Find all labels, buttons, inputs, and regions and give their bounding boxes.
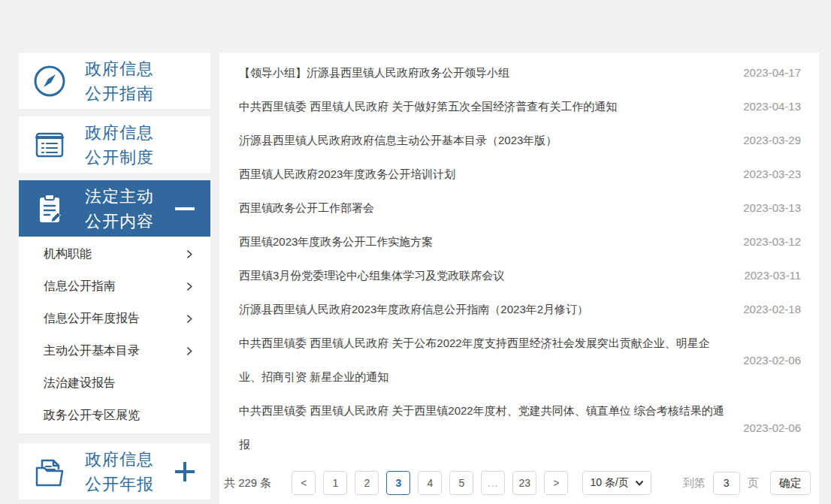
article-date: 2023-03-23 xyxy=(743,157,801,191)
article-link[interactable]: 中共西里镇委 西里镇人民政府 关于西里镇2022年度村、党建共同体、镇直单位 综… xyxy=(239,394,730,461)
sidebar-group-statutory-disclosure: 法定主动 公开内容 机构职能 信息公开指南 信息公开年度报告 xyxy=(19,180,210,433)
sidebar-item-disclosure-guide[interactable]: 政府信息 公开指南 xyxy=(19,53,210,109)
article-link[interactable]: 西里镇政务公开工作部署会 xyxy=(239,191,374,225)
sidebar-item-label: 法定主动 公开内容 xyxy=(85,184,154,234)
clipboard-icon xyxy=(31,190,68,228)
goto-page-group: 到第 页 确定 xyxy=(683,471,811,495)
article-link[interactable]: 西里镇人民政府2023年度政务公开培训计划 xyxy=(239,157,455,191)
article-date: 2023-04-13 xyxy=(743,89,801,123)
article-link[interactable]: 【领导小组】沂源县西里镇人民政府政务公开领导小组 xyxy=(239,56,509,89)
expand-plus-icon[interactable] xyxy=(174,461,195,482)
article-link[interactable]: 中共西里镇委 西里镇人民政府 关于做好第五次全国经济普查有关工作的通知 xyxy=(239,89,617,123)
submenu-label: 机构职能 xyxy=(44,246,92,262)
chevron-down-icon xyxy=(635,478,644,487)
notebook-icon xyxy=(31,126,68,164)
article-link[interactable]: 西里镇3月份党委理论中心组集体学习及党政联席会议 xyxy=(239,258,504,292)
chevron-right-icon xyxy=(184,346,194,356)
article-date: 2023-04-17 xyxy=(743,56,801,89)
collapse-minus-icon[interactable] xyxy=(174,198,195,219)
sidebar-item-label: 政府信息 公开制度 xyxy=(85,120,154,170)
list-item[interactable]: 沂源县西里镇人民政府2023年度政府信息公开指南（2023年2月修订） 2023… xyxy=(219,292,819,326)
goto-suffix-label: 页 xyxy=(748,476,759,490)
sidebar-item-disclosure-system[interactable]: 政府信息 公开制度 xyxy=(19,116,210,173)
goto-page-input[interactable] xyxy=(713,472,740,495)
list-item[interactable]: 中共西里镇委 西里镇人民政府 关于公布2022年度支持西里经济社会发展突出贡献企… xyxy=(219,326,819,394)
article-date: 2023-03-13 xyxy=(743,191,801,225)
article-list: 【领导小组】沂源县西里镇人民政府政务公开领导小组 2023-04-17 中共西里… xyxy=(219,53,819,461)
article-date: 2023-02-18 xyxy=(743,292,801,326)
page-button-5[interactable]: 5 xyxy=(449,471,473,495)
list-item[interactable]: 中共西里镇委 西里镇人民政府 关于西里镇2022年度村、党建共同体、镇直单位 综… xyxy=(219,394,819,461)
article-date: 2023-03-12 xyxy=(743,225,801,258)
list-item[interactable]: 西里镇政务公开工作部署会 2023-03-13 xyxy=(219,191,819,225)
submenu-item-org-functions[interactable]: 机构职能 xyxy=(19,238,210,270)
page-size-value: 10 条/页 xyxy=(590,476,628,490)
confirm-button[interactable]: 确定 xyxy=(770,471,811,495)
submenu-label: 信息公开年度报告 xyxy=(44,311,140,327)
page-button-23[interactable]: 23 xyxy=(512,471,536,495)
sidebar: 政府信息 公开指南 政府信息 公开制度 xyxy=(19,53,210,499)
page-button-2[interactable]: 2 xyxy=(355,471,379,495)
compass-icon xyxy=(31,62,68,100)
submenu-label: 法治建设报告 xyxy=(44,376,116,391)
page-button-1[interactable]: 1 xyxy=(323,471,347,495)
next-page-button[interactable]: > xyxy=(544,471,568,495)
article-link[interactable]: 中共西里镇委 西里镇人民政府 关于公布2022年度支持西里经济社会发展突出贡献企… xyxy=(239,326,730,394)
article-date: 2023-03-29 xyxy=(743,123,801,157)
sidebar-item-statutory-disclosure[interactable]: 法定主动 公开内容 xyxy=(19,180,210,237)
chevron-right-icon xyxy=(184,282,194,291)
sidebar-submenu: 机构职能 信息公开指南 信息公开年度报告 主动公开基本目录 xyxy=(19,237,210,433)
page-button-4[interactable]: 4 xyxy=(418,471,442,495)
prev-page-button[interactable]: < xyxy=(292,471,316,495)
submenu-item-annual-report[interactable]: 信息公开年度报告 xyxy=(19,303,210,335)
submenu-label: 主动公开基本目录 xyxy=(44,343,140,359)
submenu-item-info-guide[interactable]: 信息公开指南 xyxy=(19,270,210,303)
pagination: 共 229 条 < 1 2 3 4 5 ... 23 > 10 条/页 到第 页… xyxy=(219,471,819,495)
sidebar-item-label: 政府信息 公开年报 xyxy=(85,447,154,496)
submenu-item-basic-catalog[interactable]: 主动公开基本目录 xyxy=(19,335,210,367)
list-item[interactable]: 中共西里镇委 西里镇人民政府 关于做好第五次全国经济普查有关工作的通知 2023… xyxy=(219,89,819,123)
list-item[interactable]: 沂源县西里镇人民政府政府信息主动公开基本目录（2023年版） 2023-03-2… xyxy=(219,123,819,157)
article-date: 2023-02-06 xyxy=(743,343,801,377)
submenu-label: 信息公开指南 xyxy=(44,279,116,294)
goto-prefix-label: 到第 xyxy=(683,476,706,490)
total-count: 共 229 条 xyxy=(224,476,271,490)
list-item[interactable]: 西里镇3月份党委理论中心组集体学习及党政联席会议 2023-03-11 xyxy=(219,258,819,292)
chevron-right-icon xyxy=(184,314,194,324)
list-item[interactable]: 西里镇2023年度政务公开工作实施方案 2023-03-12 xyxy=(219,225,819,258)
article-date: 2023-03-11 xyxy=(744,258,801,292)
article-link[interactable]: 西里镇2023年度政务公开工作实施方案 xyxy=(239,225,433,258)
article-list-panel: 【领导小组】沂源县西里镇人民政府政务公开领导小组 2023-04-17 中共西里… xyxy=(219,53,819,504)
submenu-label: 政务公开专区展览 xyxy=(44,408,140,424)
page-ellipsis-button[interactable]: ... xyxy=(481,471,505,495)
page-button-3-active[interactable]: 3 xyxy=(386,471,410,495)
article-date: 2023-02-06 xyxy=(743,411,801,445)
folder-icon xyxy=(31,453,68,490)
page-size-select[interactable]: 10 条/页 xyxy=(582,471,651,495)
article-link[interactable]: 沂源县西里镇人民政府政府信息主动公开基本目录（2023年版） xyxy=(239,123,557,157)
submenu-item-special-zone[interactable]: 政务公开专区展览 xyxy=(19,400,210,432)
submenu-item-law-report[interactable]: 法治建设报告 xyxy=(19,367,210,400)
article-link[interactable]: 沂源县西里镇人民政府2023年度政府信息公开指南（2023年2月修订） xyxy=(239,292,588,326)
list-item[interactable]: 【领导小组】沂源县西里镇人民政府政务公开领导小组 2023-04-17 xyxy=(219,56,819,89)
sidebar-item-annual-report[interactable]: 政府信息 公开年报 xyxy=(19,443,210,499)
list-item[interactable]: 西里镇人民政府2023年度政务公开培训计划 2023-03-23 xyxy=(219,157,819,191)
sidebar-item-label: 政府信息 公开指南 xyxy=(85,56,154,106)
chevron-right-icon xyxy=(184,249,194,259)
